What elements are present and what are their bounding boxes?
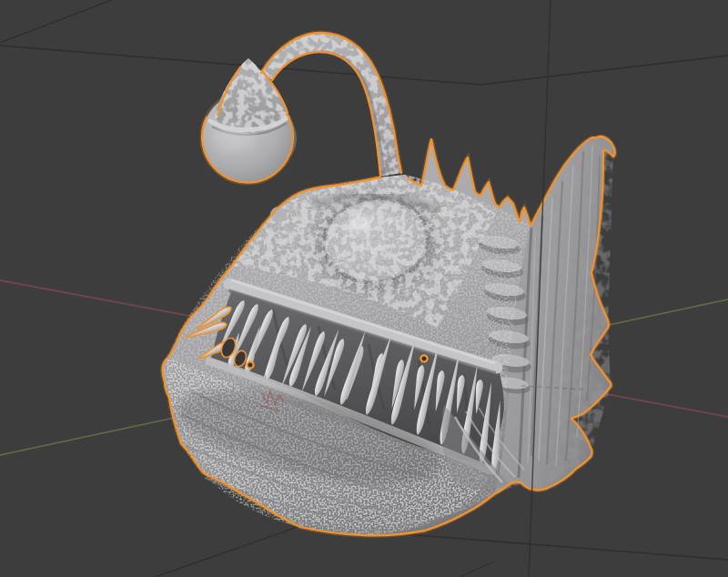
3d-viewport[interactable]: [0, 0, 728, 577]
origin-dot[interactable]: [247, 361, 253, 368]
origin-dot[interactable]: [420, 355, 427, 361]
esca-highlight: [213, 121, 253, 152]
